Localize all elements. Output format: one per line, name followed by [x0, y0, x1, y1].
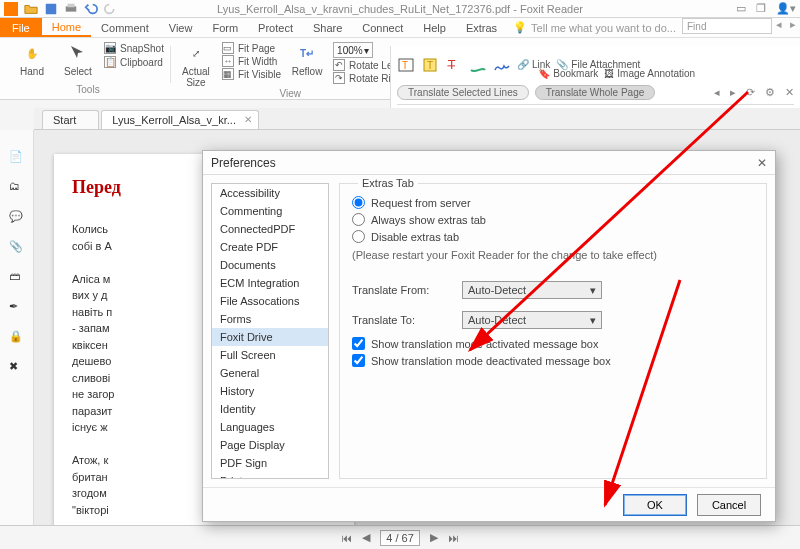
category-item[interactable]: Full Screen	[212, 346, 328, 364]
category-item[interactable]: PDF Sign	[212, 454, 328, 472]
translate-from-combo[interactable]: Auto-Detect▾	[462, 281, 602, 299]
translate-to-combo[interactable]: Auto-Detect▾	[462, 311, 602, 329]
preferences-content: Extras Tab Request from server Always sh…	[339, 183, 767, 479]
category-item[interactable]: Page Display	[212, 436, 328, 454]
category-item[interactable]: Identity	[212, 400, 328, 418]
category-item[interactable]: File Assocations	[212, 292, 328, 310]
category-item[interactable]: Print	[212, 472, 328, 479]
category-item[interactable]: Documents	[212, 256, 328, 274]
chk-activated[interactable]: Show translation mode activated message …	[352, 337, 754, 350]
category-item[interactable]: Create PDF	[212, 238, 328, 256]
restart-note: (Please restart your Foxit Reader for th…	[352, 249, 754, 261]
category-item[interactable]: Foxit Drive	[212, 328, 328, 346]
chevron-down-icon: ▾	[590, 284, 596, 297]
modal-overlay: Preferences ✕ AccessibilityCommentingCon…	[0, 0, 800, 549]
dialog-close-icon[interactable]: ✕	[757, 156, 767, 170]
category-item[interactable]: Commenting	[212, 202, 328, 220]
category-item[interactable]: Accessibility	[212, 184, 328, 202]
category-item[interactable]: Languages	[212, 418, 328, 436]
category-item[interactable]: ECM Integration	[212, 274, 328, 292]
ok-button[interactable]: OK	[623, 494, 687, 516]
dialog-title: Preferences	[211, 156, 276, 170]
radio-request[interactable]: Request from server	[352, 196, 754, 209]
section-title: Extras Tab	[358, 177, 418, 189]
preferences-categories[interactable]: AccessibilityCommentingConnectedPDFCreat…	[211, 183, 329, 479]
cancel-button[interactable]: Cancel	[697, 494, 761, 516]
translate-from-label: Translate From:	[352, 284, 462, 296]
preferences-dialog: Preferences ✕ AccessibilityCommentingCon…	[202, 150, 776, 522]
translate-to-label: Translate To:	[352, 314, 462, 326]
category-item[interactable]: General	[212, 364, 328, 382]
category-item[interactable]: Forms	[212, 310, 328, 328]
radio-disable[interactable]: Disable extras tab	[352, 230, 754, 243]
category-item[interactable]: History	[212, 382, 328, 400]
category-item[interactable]: ConnectedPDF	[212, 220, 328, 238]
chevron-down-icon: ▾	[590, 314, 596, 327]
radio-always[interactable]: Always show extras tab	[352, 213, 754, 226]
chk-deactivated[interactable]: Show translation mode deactivated messag…	[352, 354, 754, 367]
